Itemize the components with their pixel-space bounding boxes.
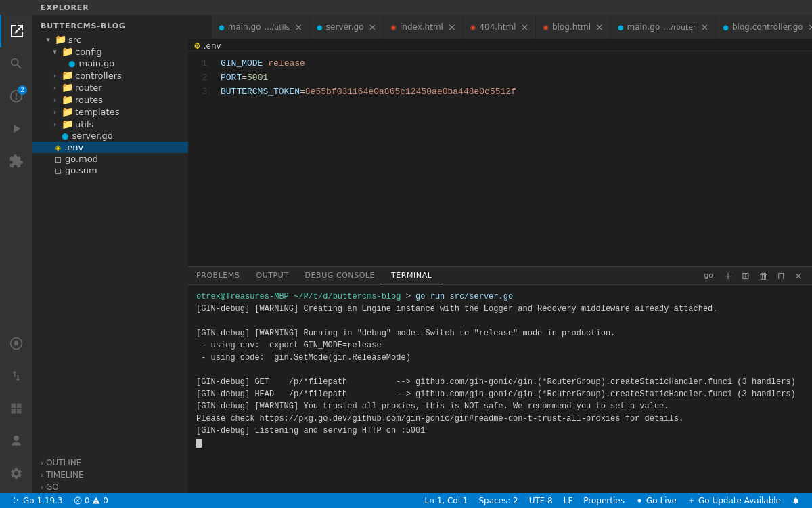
env-line-numbers: 1 2 3 bbox=[188, 57, 215, 260]
go-icon-config: ● bbox=[68, 59, 75, 68]
terminal-prompt-line: otrex@Treasures-MBP ~/P/t/d/buttercms-bl… bbox=[196, 291, 804, 303]
activity-account[interactable] bbox=[0, 425, 32, 457]
tab-close-index[interactable]: × bbox=[448, 22, 456, 32]
terminal-trash-btn[interactable]: 🗑 bbox=[755, 268, 771, 284]
sidebar-item-router[interactable]: › 📁 router bbox=[32, 81, 188, 93]
activity-git[interactable]: 2 bbox=[0, 80, 32, 112]
breadcrumb-env-icon: ⚙ bbox=[194, 41, 201, 51]
status-update[interactable]: Go Update Available bbox=[682, 493, 786, 508]
tab-close-blog-controller[interactable]: × bbox=[808, 22, 812, 32]
terminal-area[interactable]: otrex@Treasures-MBP ~/P/t/d/buttercms-bl… bbox=[188, 285, 812, 494]
env-editor[interactable]: 1 2 3 GIN_MODE=release PORT=5001 BUTTERC… bbox=[188, 51, 812, 266]
panel-maximize-btn[interactable]: ⊓ bbox=[773, 268, 789, 284]
tab-404-html[interactable]: ◉ 404.html × bbox=[464, 15, 537, 39]
sidebar-item-utils[interactable]: › 📁 utils bbox=[32, 118, 188, 130]
env-value-1: release bbox=[268, 58, 305, 68]
panel-close-btn[interactable]: × bbox=[790, 268, 807, 284]
activity-explorer[interactable] bbox=[0, 15, 32, 47]
tab-close-server[interactable]: × bbox=[368, 22, 376, 32]
tab-label-server-go: server.go bbox=[326, 22, 364, 32]
sidebar-footer-go[interactable]: › GO bbox=[32, 481, 188, 493]
status-eol-label: LF bbox=[564, 496, 573, 505]
env-editor-content: ⚙ .env 1 2 3 GIN_MODE=release PORT=5001 … bbox=[188, 39, 812, 266]
tab-close-main-router[interactable]: × bbox=[701, 22, 709, 32]
terminal-line-2: [GIN-debug] [WARNING] Running in "debug"… bbox=[196, 327, 804, 339]
tab-blog-controller[interactable]: ● blog.controller.go × bbox=[716, 15, 812, 39]
tab-label-404-html: 404.html bbox=[479, 22, 516, 32]
status-go-version[interactable]: Go 1.19.3 bbox=[7, 493, 68, 508]
activity-testing[interactable] bbox=[0, 360, 32, 392]
sidebar-label-main-go-config: main.go bbox=[78, 58, 114, 68]
terminal-user: otrex@Treasures-MBP bbox=[196, 292, 289, 301]
status-update-label: Go Update Available bbox=[698, 496, 781, 505]
status-notifications[interactable] bbox=[786, 493, 805, 508]
env-icon: ◈ bbox=[55, 143, 61, 152]
status-spaces[interactable]: Spaces: 2 bbox=[473, 493, 523, 508]
activity-run[interactable] bbox=[0, 112, 32, 145]
sidebar-label-src: src bbox=[68, 35, 81, 45]
status-encoding-label: UTF-8 bbox=[529, 496, 553, 505]
tab-close-utils[interactable]: × bbox=[294, 22, 302, 32]
folder-icon-config: 📁 bbox=[62, 46, 73, 57]
tab-close-404[interactable]: × bbox=[520, 22, 528, 32]
terminal-add-btn[interactable]: + bbox=[720, 268, 736, 284]
sidebar-footer-outline[interactable]: › OUTLINE bbox=[32, 457, 188, 469]
activity-remote[interactable] bbox=[0, 327, 32, 360]
tab-close-blog-html[interactable]: × bbox=[595, 22, 604, 32]
title-bar: EXPLORER bbox=[0, 0, 812, 15]
folder-icon-utils: 📁 bbox=[62, 119, 73, 129]
status-errors[interactable]: 0 0 bbox=[68, 493, 114, 508]
git-branch-icon bbox=[12, 496, 20, 505]
svg-rect-2 bbox=[12, 404, 16, 408]
tab-index-html[interactable]: ◉ index.html × bbox=[384, 15, 463, 39]
sidebar-footer-timeline-label: TIMELINE bbox=[46, 470, 84, 480]
status-golive[interactable]: Go Live bbox=[630, 493, 682, 508]
svg-rect-4 bbox=[12, 409, 16, 414]
sidebar-label-go-sum: go.sum bbox=[65, 165, 97, 175]
sidebar-item-routes[interactable]: › 📁 routes bbox=[32, 93, 188, 106]
sidebar-item-env[interactable]: ◈ .env bbox=[32, 142, 188, 153]
activity-extensions[interactable] bbox=[0, 145, 32, 177]
tab-label-main-go-router: main.go bbox=[627, 22, 660, 32]
terminal-line-1: [GIN-debug] [WARNING] Creating an Engine… bbox=[196, 303, 804, 315]
terminal-line-3: - using env: export GIN_MODE=release bbox=[196, 339, 804, 352]
sidebar-label-templates: templates bbox=[75, 107, 119, 117]
tab-blog-html[interactable]: ◉ blog.html × bbox=[536, 15, 611, 39]
status-encoding[interactable]: UTF-8 bbox=[524, 493, 558, 508]
activity-bottom-3[interactable] bbox=[0, 392, 32, 425]
sidebar-item-server-go[interactable]: ● server.go bbox=[32, 130, 188, 142]
folder-icon-controllers: 📁 bbox=[62, 70, 73, 81]
status-filetype[interactable]: Properties bbox=[578, 493, 630, 508]
sidebar-label-server-go: server.go bbox=[72, 131, 112, 141]
tab-bar: ● main.go …/utils × ● server.go × ◉ inde… bbox=[188, 15, 812, 39]
tab-server-go[interactable]: ● server.go × bbox=[310, 15, 384, 39]
status-position[interactable]: Ln 1, Col 1 bbox=[420, 493, 474, 508]
terminal-line-6: [GIN-debug] HEAD /p/*filepath --> github… bbox=[196, 388, 804, 400]
git-badge: 2 bbox=[18, 85, 27, 95]
html-tab-icon-blog: ◉ bbox=[543, 24, 549, 31]
sidebar-item-go-mod[interactable]: ◻ go.mod bbox=[32, 153, 188, 165]
sidebar-item-config[interactable]: ▾ 📁 config bbox=[32, 45, 188, 58]
status-golive-label: Go Live bbox=[646, 496, 677, 505]
terminal-name: go bbox=[698, 271, 719, 280]
sidebar-item-main-go-config[interactable]: ● main.go bbox=[32, 58, 188, 69]
panel-tab-terminal[interactable]: TERMINAL bbox=[383, 267, 440, 284]
panel-tab-output[interactable]: OUTPUT bbox=[248, 267, 296, 284]
panel-tab-problems[interactable]: PROBLEMS bbox=[188, 267, 248, 284]
terminal-split-btn[interactable]: ⊞ bbox=[738, 268, 754, 284]
activity-bar: 2 bbox=[0, 15, 32, 493]
sidebar-item-templates[interactable]: › 📁 templates bbox=[32, 106, 188, 118]
sidebar-item-go-sum[interactable]: ◻ go.sum bbox=[32, 165, 188, 176]
panel-toolbar: go + ⊞ 🗑 ⊓ × bbox=[698, 268, 812, 284]
panel-tab-debug-console[interactable]: DEBUG CONSOLE bbox=[297, 267, 383, 284]
activity-search[interactable] bbox=[0, 47, 32, 80]
sidebar-item-controllers[interactable]: › 📁 controllers bbox=[32, 69, 188, 81]
arrow-down-icon: ▾ bbox=[43, 35, 53, 44]
tab-main-go-utils[interactable]: ● main.go …/utils × bbox=[212, 15, 310, 39]
svg-point-9 bbox=[637, 499, 641, 503]
tab-main-go-router[interactable]: ● main.go …/router × bbox=[611, 15, 717, 39]
sidebar-item-src[interactable]: ▾ 📁 src bbox=[32, 33, 188, 45]
activity-settings[interactable] bbox=[0, 457, 32, 490]
sidebar-footer-timeline[interactable]: › TIMELINE bbox=[32, 469, 188, 481]
status-eol[interactable]: LF bbox=[558, 493, 579, 508]
